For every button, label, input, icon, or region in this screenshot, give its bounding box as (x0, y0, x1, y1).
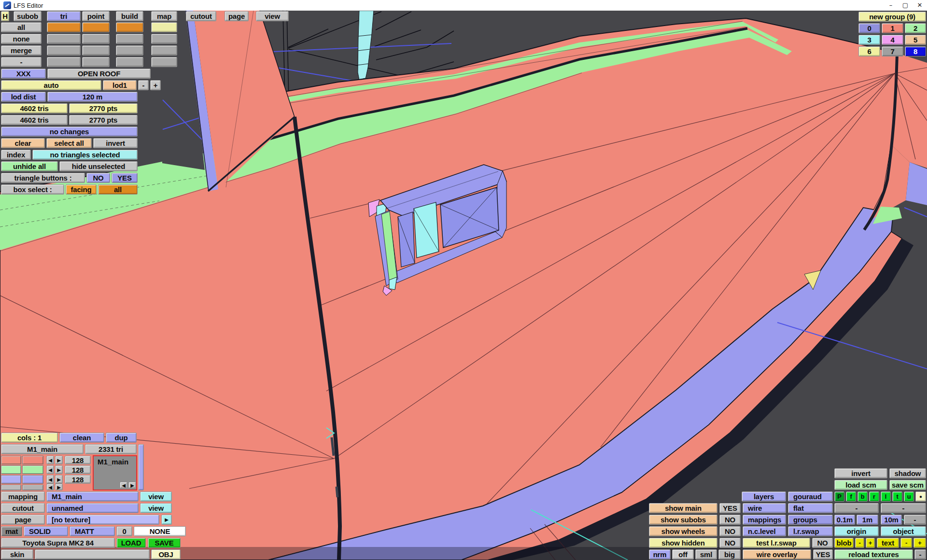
channel-f[interactable]: f (846, 491, 856, 502)
show-wheels-button[interactable]: show wheels (649, 526, 717, 536)
select-all-button[interactable]: select all (46, 138, 92, 148)
text-button[interactable]: text (877, 538, 899, 548)
shadow-button[interactable]: shadow (889, 468, 926, 478)
preview-right-arrow[interactable]: ► (128, 482, 136, 489)
group-cell[interactable] (116, 34, 143, 44)
mat-none[interactable]: NONE (134, 526, 186, 536)
material-scrollbar[interactable] (138, 444, 144, 490)
tab-build[interactable]: build (116, 11, 143, 21)
skin-label[interactable]: skin (1, 549, 33, 560)
tab-point[interactable]: point (82, 11, 110, 21)
box-select-facing[interactable]: facing (66, 184, 97, 195)
left-arrow-button[interactable]: ◄ (46, 475, 54, 484)
page-label[interactable]: page (1, 515, 45, 525)
group-5[interactable]: 5 (905, 35, 926, 45)
triangle-buttons-yes[interactable]: YES (112, 173, 138, 183)
color-swatch-r4a[interactable] (1, 485, 21, 490)
group-cell[interactable] (116, 45, 143, 56)
show-hidden-value[interactable]: NO (719, 538, 741, 548)
nc-level-button[interactable]: n.c.level (743, 526, 786, 536)
wire-button[interactable]: wire (743, 503, 786, 513)
select-all-row[interactable]: all (1, 22, 42, 32)
save-scm-button[interactable]: save scm (889, 480, 926, 490)
group-cell[interactable] (116, 22, 143, 32)
wire-overlay-button[interactable]: wire overlay (743, 549, 811, 560)
maximize-button[interactable]: ▢ (898, 0, 913, 11)
obj-button[interactable]: OBJ (151, 549, 181, 560)
channel-l[interactable]: l (881, 491, 891, 502)
load-button[interactable]: LOAD (116, 538, 146, 548)
cutout-value[interactable]: unnamed (46, 503, 139, 513)
page-next-button[interactable]: ► (161, 515, 172, 525)
grid-01m-button[interactable]: 0.1m (834, 515, 855, 525)
gouraud-button[interactable]: gouraud (788, 491, 833, 502)
dash-button-2[interactable]: - (881, 503, 926, 513)
left-arrow-button[interactable]: ◄ (46, 465, 54, 474)
nrm-off-button[interactable]: off (672, 549, 694, 560)
group-cell[interactable] (82, 22, 110, 32)
lod1-button[interactable]: lod1 (103, 80, 137, 90)
mapping-value[interactable]: M1_main (46, 491, 139, 502)
lod-minus-button[interactable]: - (138, 80, 149, 90)
minimize-button[interactable]: – (884, 0, 898, 11)
tab-map[interactable]: map (151, 11, 177, 21)
mapping-view-button[interactable]: view (140, 491, 172, 502)
red-value[interactable]: 128 (65, 456, 91, 464)
group-cell[interactable] (82, 34, 110, 44)
wire-overlay-value[interactable]: YES (813, 549, 833, 560)
cutout-view-button[interactable]: view (140, 503, 172, 513)
group-2[interactable]: 2 (905, 23, 926, 33)
tab-view[interactable]: view (256, 11, 289, 21)
layers-button[interactable]: layers (742, 491, 786, 502)
group-cell[interactable] (82, 57, 110, 67)
right-arrow-button[interactable]: ► (55, 484, 63, 490)
show-main-button[interactable]: show main (649, 503, 717, 513)
test-lr-swap-value[interactable]: NO (812, 538, 833, 548)
color-swatch-r1b[interactable] (22, 456, 43, 464)
group-cell[interactable] (151, 22, 177, 32)
dash-button-3[interactable]: - (904, 515, 926, 525)
tab-h[interactable]: H (1, 11, 9, 21)
save-button[interactable]: SAVE (148, 538, 181, 548)
cutout-label[interactable]: cutout (1, 503, 45, 513)
right-arrow-button[interactable]: ► (55, 465, 63, 474)
show-subobs-button[interactable]: show subobs (649, 515, 717, 525)
blob-button[interactable]: blob (834, 538, 854, 548)
tab-cutout[interactable]: cutout (186, 11, 216, 21)
tab-page[interactable]: page (225, 11, 249, 21)
group-cell[interactable] (151, 57, 177, 67)
channel-t[interactable]: t (892, 491, 902, 502)
select-none-row[interactable]: none (1, 34, 42, 44)
origin-button[interactable]: origin (834, 526, 879, 536)
group-cell[interactable] (116, 57, 143, 67)
unhide-all-button[interactable]: unhide all (1, 161, 58, 171)
channel-dot[interactable]: ● (915, 491, 926, 502)
right-arrow-button[interactable]: ► (55, 475, 63, 484)
channel-r[interactable]: r (869, 491, 879, 502)
index-button[interactable]: index (1, 150, 31, 160)
channel-u[interactable]: u (904, 491, 914, 502)
group-cell[interactable] (47, 57, 81, 67)
group-cell[interactable] (47, 34, 81, 44)
blue-value[interactable]: 128 (65, 475, 91, 484)
mappings-button[interactable]: mappings (743, 515, 786, 525)
preview-left-arrow[interactable]: ◄ (120, 482, 127, 489)
color-swatch-r2a[interactable] (1, 465, 21, 474)
blob-minus[interactable]: - (855, 538, 864, 548)
triangle-buttons-no[interactable]: NO (86, 173, 110, 183)
clear-button[interactable]: clear (1, 138, 45, 148)
text-minus[interactable]: - (900, 538, 912, 548)
new-group-button[interactable]: new group (9) (858, 12, 926, 22)
group-8-selected[interactable]: 8 (905, 46, 926, 56)
box-select-all[interactable]: all (98, 184, 138, 195)
tab-subob[interactable]: subob (14, 11, 42, 21)
group-cell[interactable] (47, 45, 81, 56)
mat-zero[interactable]: 0 (116, 526, 132, 536)
color-swatch-r2b[interactable] (22, 465, 43, 474)
color-swatch-r4b[interactable] (22, 485, 43, 490)
flat-button[interactable]: flat (788, 503, 833, 513)
car-name[interactable]: Toyota Supra MK2 84 (1, 538, 115, 548)
show-hidden-button[interactable]: show hidden (649, 538, 717, 548)
group-cell[interactable] (151, 45, 177, 56)
channel-b[interactable]: b (857, 491, 868, 502)
